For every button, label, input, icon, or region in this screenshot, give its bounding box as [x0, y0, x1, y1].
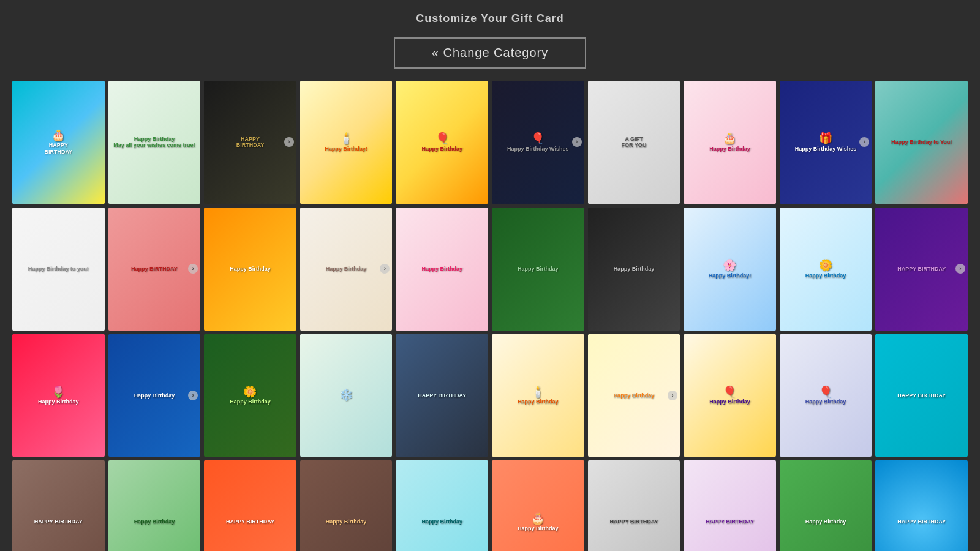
card-text-12: Happy BIRTHDAY — [129, 263, 180, 275]
card-text-31: HAPPY BIRTHDAY — [32, 516, 85, 528]
card-arrow-6: › — [572, 137, 582, 147]
card-text-7: A GIFTFOR YOU — [619, 133, 649, 152]
card-text-32: Happy Birthday — [132, 516, 178, 528]
card-text-5: 🎈Happy Birthday — [419, 130, 465, 154]
card-text-38: HAPPY BIRTHDAY — [703, 516, 756, 528]
card-text-36: 🎂Happy Birthday — [515, 510, 561, 534]
card-text-34: Happy Birthday — [323, 516, 369, 528]
card-text-26: 🕯️Happy Birthday — [515, 383, 561, 408]
page-title: Customize Your Gift Card — [0, 0, 980, 31]
gift-card-38[interactable]: HAPPY BIRTHDAY — [684, 460, 776, 551]
card-text-27: Happy Birthday — [611, 390, 657, 402]
gift-card-9[interactable]: 🎁Happy Birthday Wishes› — [780, 81, 872, 204]
card-text-23: 🌼Happy Birthday — [227, 383, 273, 408]
gift-card-28[interactable]: 🎈Happy Birthday — [684, 334, 776, 457]
card-text-17: Happy Birthday — [611, 263, 657, 275]
gift-card-33[interactable]: HAPPY BIRTHDAY — [204, 460, 296, 551]
card-text-15: Happy Birthday — [419, 263, 465, 275]
gift-card-19[interactable]: 🌼Happy Birthday — [780, 208, 872, 331]
card-arrow-14: › — [380, 264, 390, 274]
card-text-9: 🎁Happy Birthday Wishes — [793, 130, 859, 154]
card-text-1: 🎂HAPPYBIRTHDAY — [42, 127, 75, 158]
gift-card-22[interactable]: Happy Birthday› — [108, 334, 201, 457]
gift-card-20[interactable]: HAPPY BIRTHDAY› — [875, 208, 968, 331]
card-text-6: 🎈Happy Birthday Wishes — [505, 130, 571, 154]
gift-card-11[interactable]: Happy Birthday to you! — [12, 208, 105, 331]
gift-card-31[interactable]: HAPPY BIRTHDAY — [12, 460, 105, 551]
card-text-19: 🌼Happy Birthday — [803, 257, 849, 281]
gift-card-10[interactable]: Happy Birthday to You! — [875, 81, 968, 204]
card-text-4: 🕯️Happy Birthday! — [322, 130, 370, 154]
gift-card-30[interactable]: HAPPY BIRTHDAY — [875, 334, 968, 457]
gift-card-23[interactable]: 🌼Happy Birthday — [204, 334, 296, 457]
change-category-button[interactable]: « Change Category — [394, 37, 586, 69]
card-text-37: HAPPY BIRTHDAY — [607, 516, 660, 528]
gift-card-1[interactable]: 🎂HAPPYBIRTHDAY — [12, 81, 105, 204]
gift-card-7[interactable]: A GIFTFOR YOU — [588, 81, 680, 204]
gift-card-4[interactable]: 🕯️Happy Birthday! — [300, 81, 393, 204]
card-arrow-20: › — [956, 264, 965, 274]
card-arrow-3: › — [284, 137, 294, 147]
gift-card-21[interactable]: 🌷Happy Birthday — [12, 334, 105, 457]
gift-card-6[interactable]: 🎈Happy Birthday Wishes› — [492, 81, 584, 204]
card-text-18: 🌸Happy Birthday! — [706, 257, 754, 281]
gift-card-16[interactable]: Happy Birthday — [492, 208, 584, 331]
card-arrow-22: › — [188, 391, 198, 400]
card-arrow-27: › — [668, 391, 677, 400]
card-text-3: HAPPYBIRTHDAY — [234, 133, 267, 152]
gift-card-13[interactable]: Happy Birthday — [204, 208, 296, 331]
card-arrow-9: › — [859, 137, 869, 147]
gift-card-5[interactable]: 🎈Happy Birthday — [396, 81, 488, 204]
card-text-21: 🌷Happy Birthday — [36, 383, 81, 408]
gift-card-36[interactable]: 🎂Happy Birthday — [492, 460, 584, 551]
gift-card-34[interactable]: Happy Birthday — [300, 460, 393, 551]
gift-card-37[interactable]: HAPPY BIRTHDAY — [588, 460, 680, 551]
card-text-35: Happy Birthday — [419, 516, 465, 528]
gift-card-40[interactable]: HAPPY BIRTHDAY — [875, 460, 968, 551]
card-text-10: Happy Birthday to You! — [889, 137, 954, 148]
cards-grid: 🎂HAPPYBIRTHDAYHappy BirthdayMay all your… — [0, 81, 980, 551]
gift-card-26[interactable]: 🕯️Happy Birthday — [492, 334, 584, 457]
gift-card-8[interactable]: 🎂Happy Birthday — [684, 81, 776, 204]
card-text-22: Happy Birthday — [132, 390, 178, 402]
card-text-28: 🎈Happy Birthday — [707, 383, 753, 408]
gift-card-25[interactable]: HAPPY BIRTHDAY — [396, 334, 488, 457]
card-text-24: ❄️ — [337, 386, 355, 405]
card-text-16: Happy Birthday — [515, 263, 561, 275]
gift-card-15[interactable]: Happy Birthday — [396, 208, 488, 331]
card-text-33: HAPPY BIRTHDAY — [224, 516, 277, 528]
card-text-8: 🎂Happy Birthday — [707, 130, 753, 154]
gift-card-14[interactable]: Happy Birthday› — [300, 208, 393, 331]
card-text-30: HAPPY BIRTHDAY — [895, 390, 948, 402]
gift-card-17[interactable]: Happy Birthday — [588, 208, 680, 331]
gift-card-2[interactable]: Happy BirthdayMay all your wishes come t… — [108, 81, 201, 204]
card-text-29: 🎈Happy Birthday — [803, 383, 849, 408]
card-text-20: HAPPY BIRTHDAY — [895, 263, 948, 275]
gift-card-18[interactable]: 🌸Happy Birthday! — [684, 208, 776, 331]
gift-card-29[interactable]: 🎈Happy Birthday — [780, 334, 872, 457]
card-text-11: Happy Birthday to you! — [26, 263, 91, 275]
gift-card-24[interactable]: ❄️ — [300, 334, 393, 457]
gift-card-32[interactable]: Happy Birthday — [108, 460, 201, 551]
page-container: Customize Your Gift Card « Change Catego… — [0, 0, 980, 551]
gift-card-3[interactable]: HAPPYBIRTHDAY› — [204, 81, 296, 204]
card-text-2: Happy BirthdayMay all your wishes come t… — [111, 133, 197, 152]
card-text-40: HAPPY BIRTHDAY — [895, 516, 948, 528]
card-text-13: Happy Birthday — [227, 263, 273, 275]
card-text-39: Happy Birthday — [803, 516, 849, 528]
gift-card-35[interactable]: Happy Birthday — [396, 460, 488, 551]
card-text-14: Happy Birthday — [323, 263, 369, 275]
gift-card-27[interactable]: Happy Birthday› — [588, 334, 680, 457]
card-arrow-12: › — [188, 264, 198, 274]
card-text-25: HAPPY BIRTHDAY — [415, 390, 469, 402]
gift-card-12[interactable]: Happy BIRTHDAY› — [108, 208, 201, 331]
gift-card-39[interactable]: Happy Birthday — [780, 460, 872, 551]
